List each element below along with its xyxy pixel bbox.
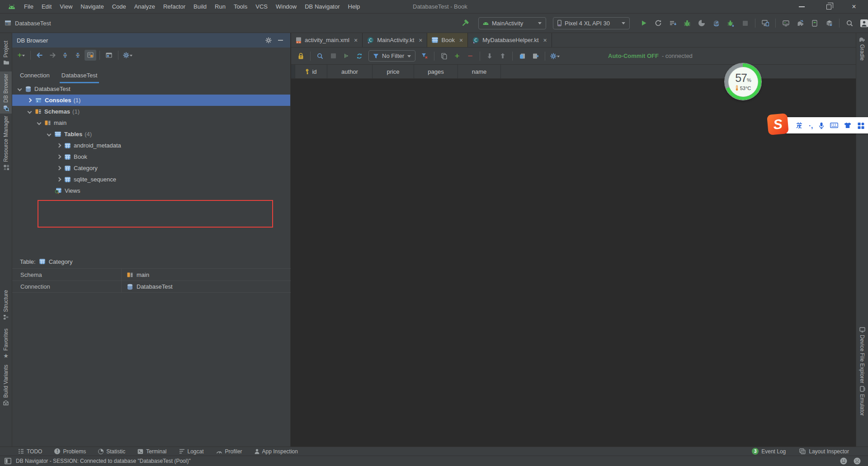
toolwindow-logcat[interactable]: Logcat bbox=[179, 448, 204, 455]
reload-data-button[interactable] bbox=[354, 51, 365, 62]
menu-window[interactable]: Window bbox=[272, 3, 301, 10]
toolwindow-event-log[interactable]: 3Event Log bbox=[752, 448, 786, 455]
tab-connection[interactable]: Connection bbox=[20, 72, 50, 83]
column-header-id[interactable]: id bbox=[295, 65, 327, 78]
breadcrumb-project[interactable]: DatabaseTest bbox=[15, 20, 51, 27]
attach-debugger-button[interactable] bbox=[724, 17, 737, 29]
menu-navigate[interactable]: Navigate bbox=[76, 3, 108, 10]
commit-button[interactable] bbox=[484, 51, 495, 62]
sdk-manager-button[interactable] bbox=[808, 17, 821, 29]
toolwindow-toggle-icon[interactable] bbox=[5, 458, 11, 464]
export-data-button[interactable] bbox=[529, 51, 541, 62]
sidebar-item-favorites[interactable]: Favorites ★ bbox=[0, 326, 12, 361]
debug-button[interactable] bbox=[680, 17, 694, 29]
profile-avatar[interactable] bbox=[857, 17, 868, 29]
sogou-logo[interactable]: S bbox=[767, 113, 789, 135]
tab-activity-main-xml[interactable]: activity_main.xml × bbox=[291, 33, 363, 47]
toolwindow-terminal[interactable]: Terminal bbox=[137, 448, 166, 455]
run-statement-button[interactable] bbox=[340, 51, 352, 62]
expand-all-button[interactable] bbox=[59, 50, 71, 61]
menu-build[interactable]: Build bbox=[189, 3, 211, 10]
sidebar-item-project[interactable]: Project bbox=[0, 38, 12, 67]
toolwindow-app-inspection[interactable]: App Inspection bbox=[255, 448, 298, 455]
menu-run[interactable]: Run bbox=[211, 3, 230, 10]
chevron-expanded-icon[interactable] bbox=[37, 121, 42, 125]
toolwindow-statistic[interactable]: Statistic bbox=[98, 448, 125, 455]
menu-db-navigator[interactable]: DB Navigator bbox=[301, 3, 344, 10]
minimize-button[interactable] bbox=[791, 0, 812, 14]
menu-code[interactable]: Code bbox=[108, 3, 130, 10]
db-browser-header[interactable]: DB Browser bbox=[12, 33, 290, 48]
forward-button[interactable] bbox=[47, 50, 58, 61]
filter-select[interactable]: No Filter bbox=[368, 50, 415, 62]
run-config-select[interactable]: MainActivity bbox=[478, 17, 546, 29]
sidebar-item-structure[interactable]: Structure bbox=[0, 288, 12, 322]
search-everywhere-button[interactable] bbox=[843, 17, 856, 29]
menu-analyze[interactable]: Analyze bbox=[130, 3, 159, 10]
rerun-button[interactable] bbox=[651, 17, 665, 29]
tree-item-schemas[interactable]: Schemas (1) bbox=[12, 106, 290, 117]
close-icon[interactable]: × bbox=[419, 37, 422, 44]
column-header-price[interactable]: price bbox=[373, 65, 414, 78]
object-properties-button[interactable] bbox=[85, 50, 96, 61]
stop-button[interactable] bbox=[738, 17, 752, 29]
close-icon[interactable]: × bbox=[543, 37, 547, 44]
open-console-button[interactable] bbox=[103, 50, 115, 61]
sidebar-item-emulator[interactable]: Emulator bbox=[856, 384, 868, 418]
gear-icon[interactable] bbox=[265, 37, 272, 43]
tree-item-database[interactable]: DatabaseTest bbox=[12, 83, 290, 95]
menu-tools[interactable]: Tools bbox=[230, 3, 251, 10]
feedback-happy-icon[interactable] bbox=[840, 457, 847, 465]
copy-record-button[interactable] bbox=[438, 51, 450, 62]
tree-item-schema-main[interactable]: main bbox=[12, 117, 290, 128]
tab-book[interactable]: Book × bbox=[427, 33, 468, 47]
performance-gauge-overlay[interactable]: 57% 53°C bbox=[725, 63, 761, 100]
device-select[interactable]: Pixel 4 XL API 30 bbox=[553, 17, 630, 29]
chevron-collapsed-icon[interactable] bbox=[57, 166, 61, 171]
close-button[interactable]: × bbox=[844, 0, 864, 14]
toolwindow-profiler[interactable]: Profiler bbox=[216, 448, 242, 455]
sidebar-item-resource-manager[interactable]: Resource Manager bbox=[0, 114, 12, 172]
grid-settings-button[interactable] bbox=[549, 51, 561, 62]
menu-file[interactable]: File bbox=[20, 3, 38, 10]
tree-item-tables[interactable]: Tables (4) bbox=[12, 128, 290, 140]
tree-item-consoles[interactable]: Consoles (1) bbox=[12, 95, 290, 106]
toolwindow-problems[interactable]: !Problems bbox=[54, 448, 86, 455]
hide-panel-icon[interactable] bbox=[278, 40, 283, 41]
logcat-button[interactable] bbox=[779, 17, 793, 29]
chevron-collapsed-icon[interactable] bbox=[57, 177, 61, 182]
search-data-button[interactable] bbox=[314, 51, 326, 62]
tree-item-android-metadata[interactable]: android_metadata bbox=[12, 140, 290, 151]
restore-button[interactable] bbox=[818, 0, 839, 14]
chevron-expanded-icon[interactable] bbox=[47, 132, 52, 137]
sidebar-item-device-file-explorer[interactable]: Device File Explorer bbox=[856, 325, 868, 385]
tab-mydatabasehelper-kt[interactable]: C MyDatabaseHelper.kt × bbox=[468, 33, 552, 47]
stop-statement-button[interactable] bbox=[327, 51, 339, 62]
tree-item-category[interactable]: Category bbox=[12, 162, 290, 174]
toolwindow-todo[interactable]: TODO bbox=[18, 448, 42, 455]
profile-apk-button[interactable] bbox=[695, 17, 708, 29]
device-manager-button[interactable] bbox=[759, 17, 772, 29]
add-connection-button[interactable]: + bbox=[15, 50, 27, 61]
chevron-collapsed-icon[interactable] bbox=[57, 155, 61, 159]
close-icon[interactable]: × bbox=[459, 37, 463, 44]
menu-refactor[interactable]: Refactor bbox=[159, 3, 189, 10]
ime-lang-icon[interactable] bbox=[796, 122, 803, 129]
tree-item-sqlite-sequence[interactable]: sqlite_sequence bbox=[12, 174, 290, 185]
breadcrumb[interactable]: DatabaseTest bbox=[5, 14, 51, 33]
close-icon[interactable]: × bbox=[354, 37, 358, 44]
tab-databasetest[interactable]: DatabaseTest bbox=[61, 72, 98, 83]
sidebar-item-db-browser[interactable]: DB Browser bbox=[0, 71, 12, 114]
menu-view[interactable]: View bbox=[56, 3, 76, 10]
profiler-button[interactable] bbox=[709, 17, 723, 29]
ime-skin-icon[interactable] bbox=[844, 122, 852, 128]
remove-filter-button[interactable] bbox=[419, 51, 430, 62]
sidebar-item-gradle[interactable]: Gradle bbox=[856, 34, 868, 63]
ime-keyboard-icon[interactable] bbox=[830, 123, 838, 128]
build-hammer-button[interactable] bbox=[458, 17, 472, 29]
collapse-all-button[interactable] bbox=[72, 50, 84, 61]
tree-item-book[interactable]: Book bbox=[12, 151, 290, 162]
tab-mainactivity-kt[interactable]: C MainActivity.kt × bbox=[363, 33, 427, 47]
settings-gear-button[interactable] bbox=[122, 50, 133, 61]
lock-icon[interactable] bbox=[295, 51, 307, 62]
